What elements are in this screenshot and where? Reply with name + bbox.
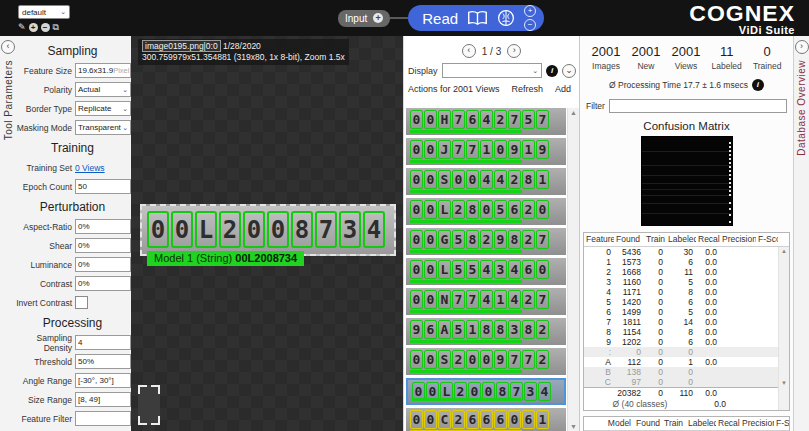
angle-range-input[interactable]: [-30°, 30°] <box>75 373 131 388</box>
labeled-region-bar <box>410 280 522 283</box>
input-value: 0% <box>78 222 90 231</box>
remove-workspace-icon[interactable]: − <box>41 23 50 32</box>
thumb-char: S <box>438 350 451 369</box>
display-select[interactable]: ⌄ <box>442 63 542 78</box>
input-node-button[interactable]: Input + <box>338 10 390 27</box>
database-overview-tab[interactable]: Database Overview <box>796 60 807 156</box>
ocr-region[interactable]: 00L2008734 Model 1 (String) 00L2008734 <box>140 204 396 256</box>
view-thumbnail[interactable]: 00N7741427 <box>406 288 566 315</box>
collapse-right-panel-button[interactable]: › <box>795 40 809 54</box>
view-thumbnail[interactable]: 00L5543460 <box>406 258 566 285</box>
edit-icon[interactable]: ✎ <box>18 22 26 32</box>
table-cell: 3 <box>584 277 614 287</box>
matrix-cell-dot <box>729 190 731 192</box>
input-suffix: Pixel <box>113 66 129 75</box>
section-title-sampling: Sampling <box>16 44 129 58</box>
scroll-up-icon[interactable]: ▲ <box>779 248 789 254</box>
expand-display-button[interactable]: ⌄ <box>562 64 576 78</box>
thumb-char: 6 <box>522 260 535 279</box>
actions-menu[interactable]: Actions for 2001 Views <box>408 84 499 94</box>
table-cell: Precision <box>720 233 756 246</box>
zoom-out-icon[interactable]: − <box>524 19 536 31</box>
view-thumbnail[interactable]: 96A5188382 <box>406 318 566 345</box>
thumb-char: 5 <box>452 320 465 339</box>
view-thumbnail[interactable]: 00S2009772 <box>406 348 566 375</box>
plate-char-box: 0 <box>267 211 289 248</box>
scroll-down-icon[interactable]: ▼ <box>568 423 579 430</box>
aspect-ratio-label: Aspect-Ratio <box>16 222 75 232</box>
info-icon[interactable]: i <box>546 65 558 77</box>
prev-page-button[interactable]: ‹ <box>462 44 476 58</box>
info-icon[interactable]: i <box>752 79 764 91</box>
collapse-left-panel-button[interactable]: ‹ <box>1 40 15 54</box>
form-row: Masking ModeTransparent⌄ <box>16 118 129 137</box>
threshold-input[interactable]: 50% <box>75 354 131 369</box>
views-panel: ‹ 1 / 3 › Display ⌄ i ⌄ Actions for 2001… <box>403 36 579 431</box>
form-row: Luminance0% <box>16 255 129 274</box>
aspect-ratio-input[interactable]: 0% <box>75 219 131 234</box>
view-thumbnail[interactable]: 00C2666061 <box>406 408 566 431</box>
thumb-char: 0 <box>424 140 437 159</box>
table-header: FeatureFoundTrainLabeledRecallPrecisionF… <box>584 233 789 247</box>
threshold-label: Threshold <box>16 357 75 367</box>
thumb-char: 5 <box>522 110 535 129</box>
cognex-logo: COGNEX ViDi Suite <box>689 4 795 36</box>
table-cell: C <box>584 377 614 387</box>
angle-range-label: Angle Range <box>16 376 75 386</box>
table-scrollbar[interactable]: ▲ ▼ <box>778 247 789 410</box>
polarity-select[interactable]: Actual⌄ <box>75 82 131 97</box>
table-cell: 1420 <box>614 297 644 307</box>
copy-icon[interactable]: ⧉ <box>53 22 59 32</box>
thumb-char: 6 <box>466 110 479 129</box>
view-thumbnail[interactable]: 00S0044281 <box>406 168 566 195</box>
view-thumbnail[interactable]: 00J7710919 <box>406 138 566 165</box>
view-thumbnail[interactable]: 00L2008734 <box>406 378 566 405</box>
thumb-char: 2 <box>452 350 465 369</box>
tool-parameters-tab[interactable]: Tool Parameters <box>3 60 14 140</box>
zoom-in-icon[interactable]: + <box>524 5 536 17</box>
read-tool-button[interactable]: Read + − <box>408 5 544 31</box>
view-thumbnail[interactable]: 00L2805620 <box>406 198 566 225</box>
masking-mode-select[interactable]: Transparent⌄ <box>75 120 131 135</box>
model-result-value: 00L2008734 <box>235 252 297 264</box>
table-cell: 0 <box>614 347 644 357</box>
shear-input[interactable]: 0% <box>75 238 131 253</box>
table-cell <box>756 267 778 277</box>
labeled-region-bar <box>412 398 521 401</box>
contrast-input[interactable]: 0% <box>75 276 131 291</box>
size-range-input[interactable]: [8, 49] <box>75 392 131 407</box>
epoch-count-input[interactable]: 50 <box>75 179 131 194</box>
invert-contrast-checkbox[interactable] <box>75 296 88 309</box>
model-table: ModelFoundTrainLabeledRecallPrecisionF-S… <box>583 416 790 431</box>
table-cell: 0.0 <box>696 277 720 287</box>
feature-size-input[interactable]: 19.6x31.9Pixel <box>75 63 131 78</box>
thumb-char: 0 <box>424 110 437 129</box>
thumb-char: 4 <box>508 290 521 309</box>
sampling-density-input[interactable]: 4 <box>75 335 131 350</box>
table-cell <box>756 297 778 307</box>
add-button[interactable]: Add <box>555 84 571 94</box>
form-row: Angle Range[-30°, 30°] <box>16 371 129 390</box>
filter-input[interactable] <box>609 99 787 113</box>
scroll-up-icon[interactable]: ▲ <box>568 109 579 116</box>
scroll-down-icon[interactable]: ▼ <box>779 380 789 386</box>
views-scrollbar[interactable]: ▲ ▼ <box>567 108 579 431</box>
thumb-char: 3 <box>508 320 521 339</box>
table-cell: B <box>584 367 614 377</box>
thumb-char: 7 <box>466 290 479 309</box>
luminance-input[interactable]: 0% <box>75 257 131 272</box>
feature-filter-input[interactable] <box>75 411 131 426</box>
select-value: Actual <box>78 85 100 94</box>
form-row: Epoch Count50 <box>16 177 129 196</box>
training-set-link[interactable]: 0 Views <box>75 163 105 173</box>
refresh-button[interactable]: Refresh <box>511 84 543 94</box>
view-thumbnail[interactable]: 00H7642757 <box>406 108 566 135</box>
confusion-matrix-title: Confusion Matrix <box>580 120 793 132</box>
image-canvas[interactable]: image0195.png|0:0 1/28/2020 300.759979x5… <box>131 36 403 431</box>
next-page-button[interactable]: › <box>507 44 521 58</box>
table-cell: 14 <box>666 317 696 327</box>
border-type-select[interactable]: Replicate⌄ <box>75 101 131 116</box>
workspace-select[interactable]: default ⌄ <box>18 5 70 19</box>
view-thumbnail[interactable]: 00G5829827 <box>406 228 566 255</box>
add-workspace-icon[interactable]: + <box>29 23 38 32</box>
